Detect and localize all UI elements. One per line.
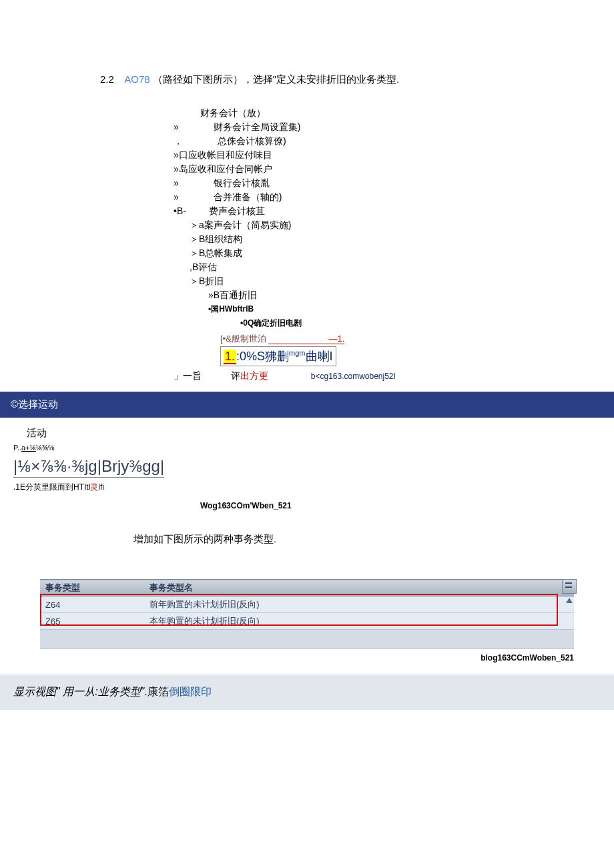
tree-label: ＞B组织结构 bbox=[190, 234, 242, 244]
bl-mid-pre: 评 bbox=[231, 370, 240, 381]
bottom-line: 」一旨 评出方更 b<cg163.comwobenj52I bbox=[174, 370, 614, 382]
cell-name: 前年购置的未计划折旧(反向) bbox=[144, 596, 574, 613]
table-row[interactable]: Z65 本年购置的未计划折旧(反向) bbox=[40, 613, 574, 630]
section-heading: 2.2 AO78 （路径如下图所示），选择"定义未安排折旧的业务类型. bbox=[100, 73, 614, 86]
section-text: （路径如下图所示），选择"定义未安排折旧的业务类型. bbox=[153, 73, 400, 85]
hl1-right: —1. bbox=[268, 334, 344, 344]
view-title-italic: 显示视图" 用一从:业务类型" bbox=[13, 686, 144, 697]
hl1-left: [•&般制世泊 bbox=[220, 334, 266, 344]
transaction-type-table-block: 事务类型 事务类型名 Z64 前年购置的未计划折旧(反向) Z65 本年购置的未… bbox=[40, 579, 574, 649]
hl2-sup: mgm bbox=[289, 349, 305, 357]
table-options-button[interactable] bbox=[562, 579, 577, 594]
tree-row[interactable]: »岛应收和应付合同帐户 bbox=[174, 162, 614, 176]
bl-page: 」一旨 bbox=[174, 370, 202, 381]
cell-name: 本年购置的未计划折旧(反向) bbox=[144, 613, 574, 630]
tree-label: »口应收帐目和应付味目 bbox=[174, 149, 272, 160]
tree-label: 合并准备（轴的) bbox=[214, 191, 282, 202]
tree-row[interactable]: ,B评估 bbox=[190, 260, 614, 274]
hl2-tail: 曲喇I bbox=[306, 350, 333, 363]
tree-row[interactable]: »财务会计全局设置集) bbox=[174, 120, 614, 134]
tree-row[interactable]: ＞a案声会计（简易实施) bbox=[190, 218, 614, 232]
tree-marker: » bbox=[174, 177, 179, 188]
tree-label: 财务会计全局设置集) bbox=[214, 121, 301, 132]
transaction-type-table: 事务类型 事务类型名 Z64 前年购置的未计划折旧(反向) Z65 本年购置的未… bbox=[40, 579, 574, 649]
psm-underline: a+⅛ bbox=[21, 444, 36, 452]
view-title-bar: 显示视图" 用一从:业务类型".康箔倒圈限印 bbox=[0, 675, 614, 710]
hl2-rest: :0%S狒删 bbox=[236, 350, 289, 363]
activity-label: 活动 bbox=[27, 427, 607, 440]
sub-suf: lfi bbox=[98, 482, 104, 492]
sub-red: 灵 bbox=[90, 482, 98, 492]
dlg-large-text: |⅛×⅞⅜·⅜jg|Brjy⅜gg| bbox=[13, 457, 164, 478]
tcode-link[interactable]: AO78 bbox=[124, 73, 149, 85]
bl-mid-red: 出方更 bbox=[240, 370, 268, 381]
highlight-block: [•&般制世泊 —1. 1.:0%S狒删mgm曲喇I bbox=[220, 333, 440, 366]
tree-label: 总侏会计核算僚) bbox=[218, 135, 286, 146]
watermark-1: Wog163COm'Wben_521 bbox=[200, 501, 607, 510]
sub-pre: .1E分英里限而到HTItl bbox=[13, 482, 90, 492]
hl2-yellow: 1. bbox=[224, 350, 236, 364]
tree-row[interactable]: »口应收帐目和应付味目 bbox=[174, 148, 614, 162]
tree-row[interactable]: •B-费声会计核苴 bbox=[174, 204, 614, 218]
dlg-sub: .1E分英里限而到HTItl灵lfi bbox=[13, 482, 607, 493]
tree-label: •0Q确定折旧电剧 bbox=[240, 318, 302, 328]
dialog-title: ©选择运动 bbox=[11, 398, 58, 410]
tree-marker: •B- bbox=[174, 205, 186, 216]
tree-label: ＞a案声会计（简易实施) bbox=[190, 220, 291, 230]
config-tree: 财务会计（放） »财务会计全局设置集) ，总侏会计核算僚) »口应收帐目和应付味… bbox=[174, 106, 614, 330]
tree-row[interactable]: »合并准备（轴的) bbox=[174, 190, 614, 204]
col-header-type: 事务类型 bbox=[40, 580, 144, 596]
tree-row[interactable]: •国HWbftrlB bbox=[208, 302, 614, 316]
watermark-2: blog163CCmWoben_521 bbox=[0, 653, 574, 663]
tree-row[interactable]: ，总侏会计核算僚) bbox=[174, 134, 614, 148]
highlight-line-2: 1.:0%S狒删mgm曲喇I bbox=[220, 346, 336, 366]
cell-type: Z65 bbox=[40, 613, 144, 630]
dialog-title-bar: ©选择运动 bbox=[0, 392, 614, 418]
dialog-body: 活动 P..a+⅛⅛⅜℅ |⅛×⅞⅜·⅜jg|Brjy⅜gg| .1E分英里限而… bbox=[0, 418, 614, 513]
tree-label: •国HWbftrlB bbox=[208, 304, 254, 314]
tree-row[interactable]: ＞B组织结构 bbox=[190, 232, 614, 246]
dlg-psm: P..a+⅛⅛⅜℅ bbox=[13, 444, 607, 452]
tree-label: »岛应收和应付合同帐户 bbox=[174, 163, 272, 174]
tree-label: ＞B折旧 bbox=[190, 276, 224, 286]
tree-marker: » bbox=[174, 191, 179, 202]
scroll-up-icon[interactable] bbox=[566, 598, 573, 603]
tree-row[interactable]: 财务会计（放） bbox=[174, 106, 614, 120]
tree-label: »B百通折旧 bbox=[208, 290, 257, 300]
tree-row[interactable]: »B百通折旧 bbox=[208, 288, 614, 302]
psm-pre: P.. bbox=[13, 444, 21, 452]
tree-row[interactable]: •0Q确定折旧电剧 bbox=[240, 316, 614, 330]
bl-tail: b<cg163.comwobenj52I bbox=[311, 372, 396, 381]
view-title-rest: .康箔 bbox=[144, 686, 168, 697]
highlight-line-1: [•&般制世泊 —1. bbox=[220, 333, 440, 345]
tree-row[interactable]: ＞B总帐集成 bbox=[190, 246, 614, 260]
cell-type: Z64 bbox=[40, 596, 144, 613]
psm-suf: ⅛⅜℅ bbox=[36, 444, 55, 452]
tree-marker: » bbox=[174, 121, 179, 132]
section-number: 2.2 bbox=[100, 73, 114, 85]
paragraph-2: 增加如下图所示的两种事务类型. bbox=[133, 533, 614, 546]
table-row[interactable]: Z64 前年购置的未计划折旧(反向) bbox=[40, 596, 574, 613]
tree-marker: ， bbox=[174, 135, 183, 146]
tree-label: ,B评估 bbox=[190, 262, 217, 272]
view-title-blue: 倒圈限印 bbox=[169, 686, 212, 697]
table-empty-row bbox=[40, 630, 574, 649]
tree-row[interactable]: ＞B折旧 bbox=[190, 274, 614, 288]
table-header-row: 事务类型 事务类型名 bbox=[40, 580, 574, 596]
tree-label: 银行会计核胤 bbox=[214, 177, 270, 188]
tree-label: 费声会计核苴 bbox=[209, 205, 265, 216]
tree-label: ＞B总帐集成 bbox=[190, 248, 242, 258]
tree-label: 财务会计（放） bbox=[200, 107, 266, 118]
col-header-name: 事务类型名 bbox=[144, 580, 574, 596]
tree-row[interactable]: »银行会计核胤 bbox=[174, 176, 614, 190]
